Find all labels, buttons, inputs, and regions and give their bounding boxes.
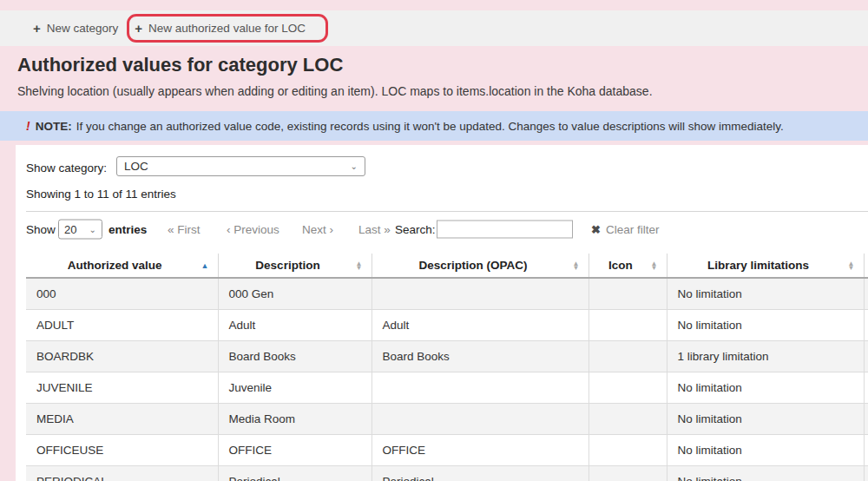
cell-cutoff (864, 309, 868, 340)
cell-description: Juvenile (218, 372, 372, 403)
note-label: NOTE: (36, 120, 72, 133)
cell-cutoff (864, 372, 868, 403)
pagination-next[interactable]: Next › (302, 223, 333, 236)
cell-authorized-value: OFFICEUSE (26, 434, 218, 465)
note-text: If you change an authorized value code, … (76, 120, 784, 133)
table-row: MEDIAMedia RoomNo limitation (26, 403, 868, 434)
page: + New category + New authorized value fo… (0, 0, 868, 481)
table-row: BOARDBKBoard BooksBoard Books1 library l… (26, 340, 868, 372)
cell-authorized-value: ADULT (26, 309, 218, 340)
note-exclamation-icon: ! (26, 119, 30, 133)
cell-description: Board Books (218, 340, 372, 372)
table-row: OFFICEUSEOFFICEOFFICENo limitation (26, 434, 868, 465)
cell-icon (589, 309, 667, 340)
pager-bar: Show 20 ⌄ entries « First ‹ Previous Nex… (16, 218, 868, 240)
category-select[interactable]: LOC ⌄ (116, 156, 365, 176)
new-authorized-value-label: New authorized value for LOC (148, 22, 306, 35)
cell-description: Media Room (218, 403, 372, 434)
show-entries-label: Show (26, 223, 56, 236)
entries-per-page-select[interactable]: 20 ⌄ (58, 220, 102, 240)
cell-description-opac: Adult (372, 309, 589, 340)
entries-per-page-value: 20 (64, 223, 76, 236)
cell-library-limitations: No limitation (667, 309, 864, 340)
cell-description: Adult (218, 309, 372, 340)
table-row: 000000 GenNo limitation (26, 278, 868, 309)
new-category-label: New category (47, 22, 119, 35)
sort-ascending-icon: ▲ (201, 263, 209, 267)
cell-authorized-value: BOARDBK (26, 340, 218, 372)
table-row: JUVENILEJuvenileNo limitation (26, 372, 868, 403)
toolbar: + New category + New authorized value fo… (0, 10, 868, 46)
clear-filter-x-icon: ✖ (591, 223, 601, 236)
cell-icon (589, 434, 667, 465)
cell-library-limitations: No limitation (667, 434, 864, 465)
show-category-label: Show category: (26, 161, 107, 175)
note-banner: ! NOTE: If you change an authorized valu… (0, 111, 868, 141)
pagination-first[interactable]: « First (168, 223, 201, 236)
cell-icon (589, 278, 667, 309)
plus-icon: + (33, 22, 41, 35)
new-authorized-value-button[interactable]: + New authorized value for LOC (135, 22, 306, 35)
cell-authorized-value: JUVENILE (26, 372, 218, 403)
pagination-previous[interactable]: ‹ Previous (227, 223, 279, 236)
cell-cutoff (864, 278, 868, 309)
cell-description-opac (372, 278, 589, 309)
table-body: 000000 GenNo limitationADULTAdultAdultNo… (26, 278, 868, 481)
cell-library-limitations: 1 library limitation (667, 340, 864, 372)
column-header-library-limitations[interactable]: Library limitations ▲▼ (667, 254, 864, 278)
clear-filter-label: Clear filter (606, 223, 660, 236)
cell-cutoff (864, 340, 868, 372)
cell-description: Periodical (218, 465, 372, 481)
table-row: ADULTAdultAdultNo limitation (26, 309, 868, 340)
sort-both-icon: ▲▼ (651, 261, 658, 270)
sort-both-icon: ▲▼ (848, 261, 855, 270)
cell-description-opac: Periodical (372, 465, 589, 481)
cell-library-limitations: No limitation (667, 278, 864, 309)
column-header-description[interactable]: Description ▲▼ (218, 254, 372, 278)
category-select-value: LOC (124, 160, 148, 173)
cell-authorized-value: MEDIA (26, 403, 218, 434)
column-header-authorized-value[interactable]: Authorized value ▲ (26, 254, 218, 278)
plus-icon: + (135, 22, 142, 35)
cell-description: 000 Gen (218, 278, 372, 309)
column-header-description-opac[interactable]: Description (OPAC) ▲▼ (372, 254, 589, 278)
cell-icon (589, 372, 667, 403)
cell-description-opac: Board Books (372, 340, 589, 372)
cell-library-limitations: No limitation (667, 403, 864, 434)
cell-library-limitations: No limitation (667, 465, 864, 481)
cell-icon (589, 465, 667, 481)
page-title: Authorized values for category LOC (17, 54, 343, 76)
table-header-row: Authorized value ▲ Description ▲▼ Descri… (26, 254, 868, 278)
cell-cutoff (864, 465, 868, 481)
divider (26, 211, 868, 212)
cell-authorized-value: PERIODICAL (26, 465, 218, 481)
new-category-button[interactable]: + New category (33, 22, 118, 35)
clear-filter-link[interactable]: ✖ Clear filter (591, 223, 659, 236)
cell-library-limitations: No limitation (667, 372, 864, 403)
page-subtitle: Shelving location (usually appears when … (17, 84, 653, 98)
sort-both-icon: ▲▼ (356, 261, 363, 270)
cell-cutoff (864, 434, 868, 465)
cell-description-opac: OFFICE (372, 434, 589, 465)
sort-both-icon: ▲▼ (573, 261, 580, 270)
chevron-down-icon: ⌄ (351, 161, 358, 171)
cell-icon (589, 340, 667, 372)
entries-word-label: entries (108, 223, 147, 236)
entries-summary: Showing 1 to 11 of 11 entries (26, 188, 176, 201)
authorized-values-table: Authorized value ▲ Description ▲▼ Descri… (26, 254, 868, 481)
table-row: PERIODICALPeriodicalPeriodicalNo limitat… (26, 465, 868, 481)
column-header-icon[interactable]: Icon ▲▼ (589, 254, 667, 278)
cell-description-opac (372, 403, 589, 434)
main-panel: Show category: LOC ⌄ Showing 1 to 11 of … (16, 145, 868, 481)
cell-icon (589, 403, 667, 434)
chevron-down-icon: ⌄ (89, 225, 96, 234)
cell-description-opac (372, 372, 589, 403)
cell-description: OFFICE (218, 434, 372, 465)
search-label: Search: (395, 223, 436, 236)
search-input[interactable] (437, 221, 573, 239)
cell-cutoff (864, 403, 868, 434)
cell-authorized-value: 000 (26, 278, 218, 309)
column-header-cutoff (864, 254, 868, 278)
pagination-last[interactable]: Last » (358, 223, 391, 236)
